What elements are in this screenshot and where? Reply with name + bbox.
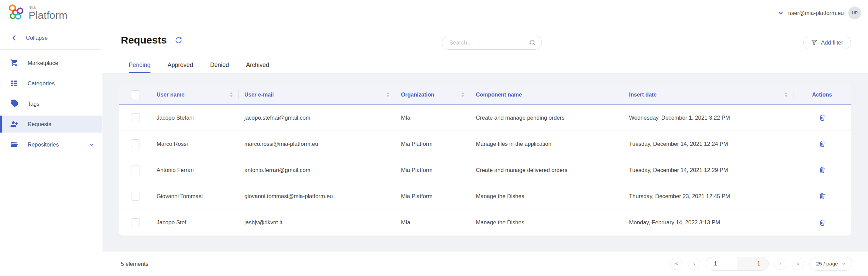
refresh-button[interactable] — [174, 36, 183, 45]
trash-icon — [819, 114, 826, 121]
cell-insert-date: Wednesday, December 1, 2021 3:22 PM — [623, 115, 793, 121]
search-icon — [529, 39, 536, 46]
select-all-checkbox[interactable] — [131, 90, 140, 99]
cell-user-email: marco.rossi@mia-platform.eu — [238, 141, 395, 147]
page-size-select[interactable]: 25 / page — [809, 257, 852, 271]
cell-insert-date: Tuesday, December 14, 2021 12:24 PM — [623, 141, 793, 147]
tab-pending[interactable]: Pending — [129, 62, 150, 73]
cell-component-name: Manage the Dishes — [470, 219, 623, 226]
cell-component-name: Create and manage pending orders — [470, 115, 623, 121]
sidebar: Collapse Marketplace Categories — [0, 26, 102, 276]
add-filter-label: Add filter — [821, 39, 843, 46]
cell-insert-date: Monday, February 14, 2022 3:13 PM — [623, 219, 793, 226]
open-folder-icon — [10, 140, 18, 149]
brand-logo: mia Platform — [9, 4, 67, 21]
main-area: Requests — [102, 26, 868, 276]
sidebar-item-tags[interactable]: Tags — [0, 95, 102, 112]
cell-user-name: Jacopo Stef — [151, 219, 238, 226]
cell-insert-date: Tuesday, December 14, 2021 12:29 PM — [623, 167, 793, 173]
delete-button[interactable] — [817, 113, 827, 123]
column-header-insert-date[interactable]: Insert date — [623, 85, 793, 104]
row-checkbox[interactable] — [131, 192, 140, 201]
delete-button[interactable] — [817, 139, 827, 149]
prev-page-button[interactable]: ‹ — [688, 258, 700, 270]
app-root: mia Platform user@mia-platform.eu UP Col… — [0, 0, 868, 276]
sort-icon[interactable] — [461, 92, 464, 97]
column-header-organization[interactable]: Organization — [395, 85, 470, 104]
delete-button[interactable] — [817, 218, 827, 228]
sidebar-item-marketplace[interactable]: Marketplace — [0, 54, 102, 71]
cell-insert-date: Thursday, December 23, 2021 12:45 PM — [623, 193, 793, 200]
table-row: Antonio Ferrari antonio.ferrari@gmail.co… — [119, 157, 851, 183]
sort-icon[interactable] — [785, 92, 788, 97]
cell-component-name: Create and manage delivered orders — [470, 167, 623, 173]
mia-platform-logo-icon — [9, 4, 26, 21]
trash-icon — [819, 219, 826, 226]
topbar-divider — [767, 5, 767, 21]
cell-user-email: jasbjv@dkvnt.it — [238, 219, 395, 226]
column-header-actions: Actions — [793, 85, 851, 104]
cell-component-name: Manage files in the application — [470, 141, 623, 147]
trash-icon — [819, 166, 826, 174]
current-page-input[interactable]: 1 — [706, 257, 737, 270]
tab-denied[interactable]: Denied — [210, 62, 229, 73]
cell-user-name: Giovanni Tommasi — [151, 193, 238, 200]
cell-user-name: Marco Rossi — [151, 141, 238, 147]
sort-icon[interactable] — [230, 92, 233, 97]
requests-table: User name User e-mail — [119, 85, 851, 236]
delete-button[interactable] — [817, 191, 827, 201]
sidebar-collapse-button[interactable]: Collapse — [0, 26, 102, 50]
cell-user-email: antonio.ferrari@gmail.com — [238, 167, 395, 173]
chevron-left-icon — [11, 34, 18, 41]
page-title: Requests — [121, 34, 167, 46]
chevron-down-icon — [777, 10, 784, 16]
row-checkbox[interactable] — [131, 113, 140, 122]
tab-approved[interactable]: Approved — [167, 62, 193, 73]
last-page-button[interactable]: » — [792, 258, 804, 270]
pagination: « ‹ 1 1 › » 25 / page — [670, 257, 852, 271]
sort-icon[interactable] — [386, 92, 389, 97]
tabs: Pending Approved Denied Archived — [129, 62, 269, 73]
first-page-button[interactable]: « — [670, 258, 682, 270]
delete-button[interactable] — [817, 165, 827, 175]
sidebar-item-label: Tags — [28, 101, 39, 107]
row-checkbox[interactable] — [131, 218, 140, 227]
trash-icon — [819, 140, 826, 148]
cell-user-email: jacopo.stefnai@gmail.com — [238, 115, 395, 121]
sidebar-menu: Marketplace Categories — [0, 50, 102, 156]
content-area: User name User e-mail — [102, 73, 868, 252]
topbar-right: user@mia-platform.eu UP — [767, 0, 861, 26]
tab-archived[interactable]: Archived — [246, 62, 269, 73]
collapse-label: Collapse — [26, 35, 48, 41]
table-row: Giovanni Tommasi giovanni.tommasi@mia-pl… — [119, 183, 851, 209]
add-filter-button[interactable]: Add filter — [803, 36, 851, 49]
column-header-user-name[interactable]: User name — [151, 85, 238, 104]
cell-component-name: Manage the Dishes — [470, 193, 623, 200]
trash-icon — [819, 192, 826, 200]
row-checkbox[interactable] — [131, 139, 140, 148]
table-row: Jacopo Stefani jacopo.stefnai@gmail.com … — [119, 105, 851, 131]
list-icon — [10, 79, 18, 87]
filter-funnel-icon — [811, 40, 817, 46]
brand-mia: mia — [29, 5, 67, 10]
row-checkbox[interactable] — [131, 166, 140, 174]
search-box[interactable] — [442, 36, 542, 50]
page-indicator: 1 1 — [706, 257, 769, 271]
sidebar-item-label: Repositories — [28, 141, 59, 148]
user-menu[interactable]: user@mia-platform.eu UP — [777, 6, 861, 19]
cell-user-name: Antonio Ferrari — [151, 167, 238, 173]
sidebar-item-requests[interactable]: Requests — [0, 116, 102, 133]
avatar: UP — [848, 6, 861, 19]
user-email: user@mia-platform.eu — [788, 10, 844, 16]
column-header-user-email[interactable]: User e-mail — [238, 85, 395, 104]
sidebar-item-label: Marketplace — [28, 60, 58, 66]
sidebar-item-repositories[interactable]: Repositories — [0, 136, 102, 153]
next-page-button[interactable]: › — [774, 258, 786, 270]
search-input[interactable] — [449, 39, 529, 46]
page-header: Requests — [102, 26, 868, 73]
sidebar-item-label: Categories — [28, 80, 55, 87]
total-elements: 5 elements — [121, 261, 148, 267]
shopping-cart-icon — [10, 59, 18, 67]
sidebar-item-categories[interactable]: Categories — [0, 75, 102, 92]
table-footer: 5 elements « ‹ 1 1 › » 25 / page — [102, 252, 868, 276]
